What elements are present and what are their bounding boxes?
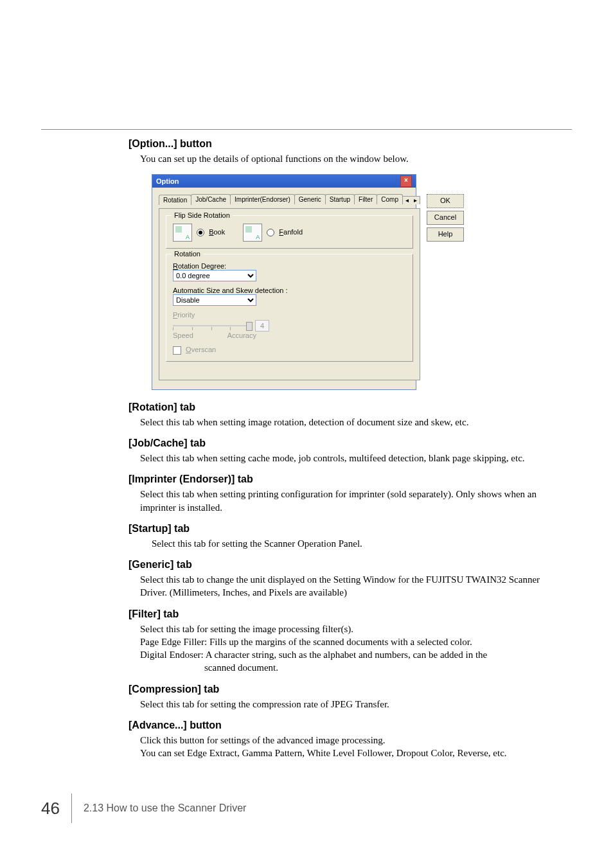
text-rotation: Select this tab when setting image rotat… [140,416,562,429]
footer-text: 2.13 How to use the Scanner Driver [84,802,246,814]
group-flip-label: Flip Side Rotation [172,211,233,219]
tab-startup[interactable]: Startup [325,194,355,204]
dialog-pane: Flip Side Rotation Book [159,208,420,380]
ok-button[interactable]: OK [427,194,464,208]
help-button[interactable]: Help [427,227,464,242]
tab-rotation[interactable]: Rotation [159,195,191,205]
text-filter-2: Page Edge Filler: Fills up the margins o… [140,635,562,648]
dialog-titlebar[interactable]: Option × [152,175,416,188]
rotation-degree-select[interactable]: 0.0 degree [173,270,256,281]
heading-imprinter: [Imprinter (Endorser)] tab [129,474,562,485]
fanfold-icon [243,224,262,242]
close-icon[interactable]: × [400,175,412,187]
auto-detect-label: Automatic Size and Skew detection : [173,287,406,294]
tab-imprinter[interactable]: Imprinter(Endorser) [230,194,295,204]
tab-compression[interactable]: Comp [377,194,403,204]
overscan-label: Overscan [186,346,216,353]
auto-detect-select[interactable]: Disable [173,294,256,306]
text-filter-1: Select this tab for setting the image pr… [140,623,562,635]
heading-filter: [Filter] tab [129,608,562,620]
priority-slider: 4 [173,320,406,332]
text-filter-3b: scanned document. [204,661,562,674]
book-icon [173,224,192,242]
heading-advance: [Advance...] button [129,720,562,731]
radio-fanfold-label: Fanfold [279,228,303,236]
text-jobcache: Select this tab when setting cache mode,… [140,452,562,465]
page-number: 46 [41,799,71,819]
overscan-checkbox[interactable] [173,346,181,355]
text-option: You can set up the details of optional f… [140,152,562,165]
dialog-tabs: Rotation Job/Cache Imprinter(Endorser) G… [159,194,420,204]
rotation-degree-label: Rotation Degree: [173,262,406,270]
tab-scroll-left-icon[interactable]: ◂ [403,197,411,204]
group-flip-side-rotation: Flip Side Rotation Book [166,215,413,249]
text-advance-1: Click this button for settings of the ad… [140,734,562,747]
priority-speed-label: Speed [173,332,193,339]
radio-fanfold[interactable] [267,229,274,236]
tab-filter[interactable]: Filter [354,194,377,204]
heading-startup: [Startup] tab [129,523,562,535]
heading-rotation: [Rotation] tab [129,402,562,413]
text-filter-3: Digital Endoser: A character string, suc… [140,648,562,661]
text-generic: Select this tab to change the unit displ… [140,573,562,599]
heading-compression: [Compression] tab [129,684,562,695]
footer-divider [71,793,72,823]
header-rule [41,129,572,130]
priority-label: Priority [173,311,406,319]
tab-scroll-right-icon[interactable]: ▸ [411,197,420,204]
option-dialog: Option × Rotation Job/Cache Imprinter(En… [152,174,416,390]
priority-value: 4 [255,320,269,332]
priority-slider-thumb[interactable] [246,322,253,331]
group-rotation: Rotation Rotation Degree: 0.0 degree Aut… [166,254,413,362]
heading-generic: [Generic] tab [129,559,562,571]
text-advance-2: You can set Edge Extract, Gamma Pattern,… [140,747,562,759]
tab-jobcache[interactable]: Job/Cache [191,194,231,204]
priority-accuracy-label: Accuracy [227,332,256,339]
cancel-button[interactable]: Cancel [427,211,464,225]
text-compression: Select this tab for setting the compress… [140,698,562,711]
text-imprinter: Select this tab when setting printing co… [140,488,562,514]
heading-option: [Option...] button [129,138,562,150]
group-rotation-label: Rotation [172,250,203,258]
radio-book[interactable] [197,229,204,236]
tab-generic[interactable]: Generic [294,194,326,204]
page-footer: 46 2.13 How to use the Scanner Driver [41,793,572,823]
dialog-title: Option [156,175,179,188]
content-area: [Option...] button You can set up the de… [129,138,562,768]
radio-book-label: Book [209,228,225,236]
text-startup: Select this tab for setting the Scanner … [152,537,562,550]
heading-jobcache: [Job/Cache] tab [129,438,562,449]
